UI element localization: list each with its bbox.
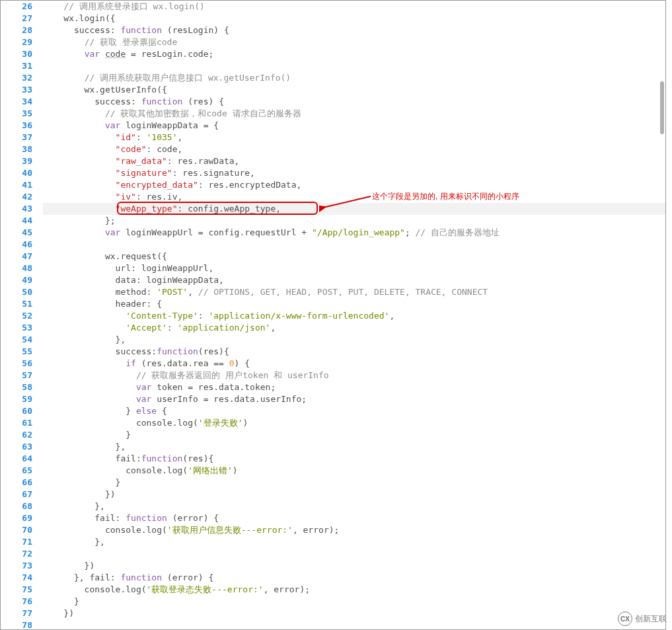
code-line[interactable]: // 获取 登录票据code: [43, 36, 665, 48]
code-line[interactable]: success: function (res) {: [43, 96, 665, 108]
code-line[interactable]: wx.login({: [43, 13, 665, 24]
code-line[interactable]: }): [43, 489, 665, 500]
code-token: :: [110, 25, 121, 35]
code-editor[interactable]: 2627282930313233343536373839404142434445…: [0, 0, 666, 630]
code-token: : res.rawData,: [167, 156, 240, 166]
code-token: header: {: [43, 299, 162, 309]
code-token: : code,: [147, 144, 183, 154]
line-number: 38: [1, 143, 32, 155]
code-token: '登录失败': [198, 418, 243, 428]
line-number: 64: [1, 453, 32, 465]
line-number: 61: [1, 417, 32, 429]
code-line[interactable]: var loginWeappData = {: [43, 120, 665, 132]
code-token: code: [105, 49, 126, 59]
code-area[interactable]: // 调用系统登录接口 wx.login() wx.login({ succes…: [38, 1, 665, 629]
code-line[interactable]: }: [43, 477, 665, 489]
code-line[interactable]: [43, 619, 665, 630]
code-line[interactable]: console.log('获取登录态失败---error:', error);: [43, 584, 665, 596]
code-line[interactable]: "id": '1035',: [43, 132, 665, 143]
code-line[interactable]: [43, 548, 665, 560]
code-line[interactable]: },: [43, 441, 665, 453]
line-number: 75: [1, 584, 32, 596]
code-line[interactable]: wx.getUserInfo({: [43, 84, 665, 96]
code-token: }): [43, 561, 94, 571]
code-token: function: [141, 97, 183, 106]
line-number: 72: [1, 548, 32, 560]
line-number: 35: [1, 108, 32, 120]
code-token: },: [43, 335, 126, 344]
code-line[interactable]: success:function(res){: [43, 346, 665, 358]
code-line[interactable]: },: [43, 500, 665, 512]
code-line[interactable]: "raw_data": res.rawData,: [43, 155, 665, 167]
code-line[interactable]: method: 'POST', // OPTIONS, GET, HEAD, P…: [43, 286, 665, 298]
code-line[interactable]: "signature": res.signature,: [43, 167, 665, 179]
code-token: }, fail:: [43, 572, 120, 582]
code-line[interactable]: fail:function(res){: [43, 453, 665, 465]
line-number: 39: [1, 155, 32, 167]
code-token: console.log(: [43, 465, 188, 475]
code-token: userInfo = res.data.userInfo;: [151, 394, 307, 404]
code-token: var: [105, 120, 120, 130]
code-line[interactable]: }: [43, 596, 665, 608]
code-line[interactable]: [43, 60, 665, 72]
code-line[interactable]: };: [43, 215, 665, 227]
code-token: method:: [43, 287, 157, 297]
line-number: 45: [1, 227, 32, 239]
code-token: wx.request({: [43, 251, 167, 261]
code-line[interactable]: "encrypted_data": res.encryptedData,: [43, 179, 665, 191]
code-line[interactable]: 'Content-Type': 'application/x-www-form-…: [43, 310, 665, 322]
code-line[interactable]: data: loginWeappData,: [43, 274, 665, 286]
code-token: [43, 358, 126, 368]
code-token: [43, 73, 85, 83]
code-line[interactable]: "iv": res.iv,: [43, 191, 665, 203]
code-token: (res.data.rea ==: [136, 358, 229, 368]
code-line[interactable]: }, fail: function (error) {: [43, 572, 665, 584]
code-token: function: [141, 453, 183, 463]
scrollbar-thumb[interactable]: [660, 81, 664, 134]
code-line[interactable]: wx.request({: [43, 251, 665, 262]
code-line[interactable]: var loginWeappUrl = config.requestUrl + …: [43, 227, 665, 239]
code-line[interactable]: console.log('网络出错'): [43, 465, 665, 477]
code-line[interactable]: url: loginWeappUrl,: [43, 262, 665, 274]
code-token: ,: [270, 323, 276, 333]
code-line[interactable]: 'Accept': 'application/json',: [43, 322, 665, 334]
scrollbar-track[interactable]: [660, 1, 664, 629]
code-token: // OPTIONS, GET, HEAD, POST, PUT, DELETE…: [198, 287, 488, 297]
code-line[interactable]: if (res.data.rea == 0) {: [43, 358, 665, 370]
code-line[interactable]: "code": code,: [43, 143, 665, 155]
code-line[interactable]: },: [43, 334, 665, 346]
code-line[interactable]: console.log('登录失败'): [43, 417, 665, 429]
code-line[interactable]: },: [43, 536, 665, 548]
code-line[interactable]: [43, 239, 665, 251]
code-line[interactable]: header: {: [43, 298, 665, 310]
annotation-text: 这个字段是另加的, 用来标识不同的小程序: [372, 191, 519, 202]
code-line[interactable]: }): [43, 560, 665, 572]
code-token: [43, 382, 136, 392]
line-number: 67: [1, 489, 32, 500]
code-line[interactable]: "weApp_type": config.weApp_type,: [43, 203, 665, 215]
code-line[interactable]: // 获取其他加密数据，和code 请求自己的服务器: [43, 108, 665, 120]
watermark-logo-icon: CX: [618, 611, 632, 626]
code-line[interactable]: var token = res.data.token;: [43, 381, 665, 393]
code-line[interactable]: // 调用系统登录接口 wx.login(): [43, 1, 665, 13]
code-token: // 获取其他加密数据，和code 请求自己的服务器: [105, 108, 301, 118]
code-line[interactable]: // 获取服务器返回的 用户token 和 userInfo: [43, 370, 665, 381]
code-line[interactable]: success: function (resLogin) {: [43, 24, 665, 36]
line-number: 56: [1, 358, 32, 370]
code-token: [43, 180, 116, 190]
code-line[interactable]: } else {: [43, 405, 665, 417]
code-token: (resLogin) {: [162, 25, 229, 35]
code-line[interactable]: // 调用系统获取用户信息接口 wx.getUserInfo(): [43, 72, 665, 84]
line-number: 30: [1, 48, 32, 60]
code-token: [43, 204, 116, 214]
code-token: success:: [43, 346, 157, 356]
code-line[interactable]: }: [43, 429, 665, 441]
code-line[interactable]: var userInfo = res.data.userInfo;: [43, 393, 665, 405]
code-line[interactable]: fail: function (error) {: [43, 512, 665, 524]
line-number: 52: [1, 310, 32, 322]
line-number: 57: [1, 370, 32, 381]
code-line[interactable]: console.log('获取用户信息失败---error:', error);: [43, 524, 665, 536]
code-token: [43, 108, 105, 118]
code-line[interactable]: }): [43, 608, 665, 619]
code-line[interactable]: var code = resLogin.code;: [43, 48, 665, 60]
